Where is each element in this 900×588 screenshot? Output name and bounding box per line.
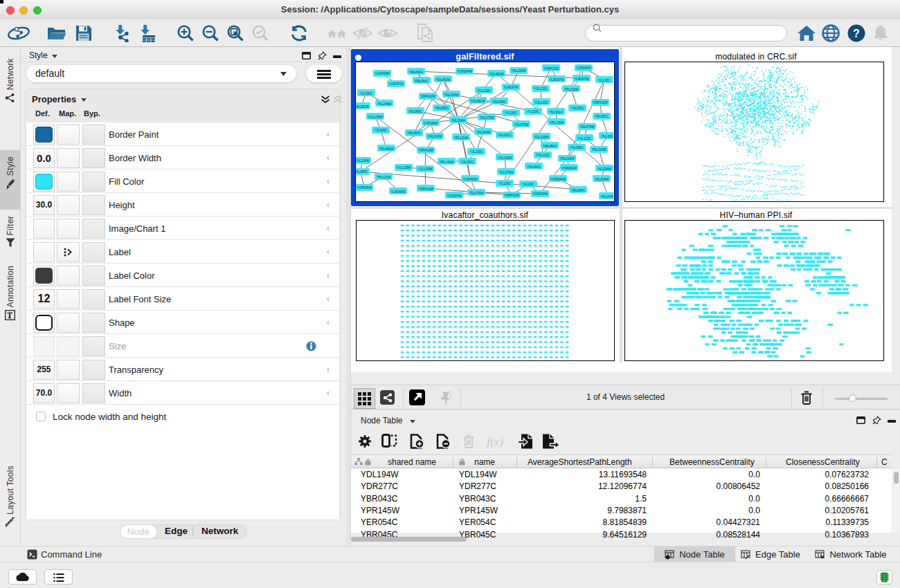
svg-text:YNL069C: YNL069C	[435, 107, 449, 110]
svg-text:YOR204W: YOR204W	[357, 186, 372, 190]
svg-text:YJL190C: YJL190C	[360, 92, 374, 95]
svg-text:YOR204W: YOR204W	[532, 192, 548, 196]
svg-text:YDL075W: YDL075W	[469, 192, 485, 195]
svg-text:YDR412W: YDR412W	[418, 187, 433, 191]
svg-text:YLR340W: YLR340W	[463, 178, 478, 181]
svg-text:YKL204W: YKL204W	[476, 131, 491, 134]
svg-text:YIL133C: YIL133C	[498, 182, 512, 185]
svg-text:YNL216W: YNL216W	[512, 69, 527, 73]
svg-text:YPL131W: YPL131W	[454, 136, 469, 140]
svg-text:YPL131W: YPL131W	[440, 160, 454, 164]
svg-text:YNL216W: YNL216W	[428, 135, 443, 138]
svg-text:YNL216W: YNL216W	[592, 148, 607, 151]
svg-text:YOR204W: YOR204W	[457, 70, 473, 73]
svg-text:YGL122C: YGL122C	[534, 87, 548, 91]
svg-text:YNL069C: YNL069C	[356, 170, 368, 174]
svg-text:YDL082W: YDL082W	[489, 73, 505, 76]
svg-text:YOR204W: YOR204W	[550, 178, 566, 181]
svg-text:YML064C: YML064C	[543, 145, 557, 148]
svg-text:YJL190C: YJL190C	[375, 129, 388, 132]
svg-text:YDR412W: YDR412W	[504, 194, 519, 197]
svg-text:YDR412W: YDR412W	[593, 101, 608, 104]
svg-text:YDL082W: YDL082W	[436, 78, 451, 82]
svg-text:YLR340W: YLR340W	[577, 66, 592, 70]
svg-text:YML064C: YML064C	[415, 80, 429, 83]
svg-text:YLR197W: YLR197W	[550, 78, 565, 82]
svg-text:YLR197W: YLR197W	[504, 86, 519, 89]
svg-text:YKL204W: YKL204W	[597, 167, 612, 171]
svg-text:YGL135W: YGL135W	[417, 167, 433, 171]
svg-text:YNL301C: YNL301C	[549, 111, 564, 114]
svg-text:YLR340W: YLR340W	[375, 72, 390, 75]
svg-text:YPL131W: YPL131W	[377, 176, 391, 179]
svg-text:YGL135W: YGL135W	[534, 136, 549, 139]
svg-text:YNL301C: YNL301C	[527, 165, 541, 169]
svg-text:YLR340W: YLR340W	[424, 122, 439, 125]
svg-text:YIL133C: YIL133C	[522, 183, 535, 186]
svg-text:YPL131W: YPL131W	[550, 121, 564, 125]
svg-text:YDR412W: YDR412W	[543, 67, 559, 71]
svg-text:YLR197W: YLR197W	[447, 194, 462, 198]
svg-text:YNL069C: YNL069C	[408, 110, 423, 113]
svg-text:YLR197W: YLR197W	[389, 82, 404, 86]
svg-text:YGL135W: YGL135W	[497, 156, 512, 160]
svg-text:YIL133C: YIL133C	[598, 79, 611, 82]
svg-text:YGL135W: YGL135W	[396, 166, 411, 169]
svg-text:YLR197W: YLR197W	[575, 77, 590, 81]
svg-text:YPL131W: YPL131W	[564, 88, 579, 91]
svg-text:YLR340W: YLR340W	[391, 190, 406, 194]
svg-text:YDL075W: YDL075W	[499, 171, 514, 174]
svg-text:YML064C: YML064C	[571, 189, 586, 192]
svg-text:YNL216W: YNL216W	[444, 93, 460, 97]
svg-text:YKL204W: YKL204W	[595, 178, 609, 181]
svg-text:YNL301C: YNL301C	[595, 115, 609, 118]
svg-text:YDL082W: YDL082W	[379, 147, 395, 151]
svg-text:YGL122C: YGL122C	[534, 101, 549, 104]
svg-text:YIL133C: YIL133C	[527, 110, 540, 113]
svg-text:YOR204W: YOR204W	[561, 167, 577, 170]
svg-text:YJL190C: YJL190C	[571, 107, 585, 110]
svg-text:YNL301C: YNL301C	[601, 135, 613, 138]
svg-text:YGL122C: YGL122C	[477, 89, 492, 93]
svg-text:YGL122C: YGL122C	[577, 137, 592, 140]
svg-text:YIL133C: YIL133C	[505, 111, 518, 115]
svg-text:YGL122C: YGL122C	[536, 154, 550, 157]
svg-text:YML064C: YML064C	[407, 131, 422, 135]
svg-text:YNL301C: YNL301C	[498, 134, 512, 137]
svg-text:YDL075W: YDL075W	[580, 125, 595, 129]
svg-text:YDL082W: YDL082W	[471, 100, 486, 103]
svg-text:YNL069C: YNL069C	[570, 146, 584, 149]
svg-text:YNL216W: YNL216W	[356, 159, 370, 163]
svg-text:YKL204W: YKL204W	[451, 119, 466, 122]
svg-text:YNL216W: YNL216W	[560, 157, 575, 160]
svg-text:YML064C: YML064C	[409, 71, 424, 74]
svg-text:YJL190C: YJL190C	[470, 150, 484, 154]
svg-text:YNL069C: YNL069C	[492, 100, 507, 104]
svg-text:YDL075W: YDL075W	[480, 116, 495, 120]
svg-text:YJL190C: YJL190C	[461, 160, 475, 164]
svg-text:YDL082W: YDL082W	[356, 105, 369, 109]
svg-text:YKL204W: YKL204W	[601, 195, 613, 199]
svg-text:?: ?	[853, 27, 860, 39]
svg-text:f(x): f(x)	[487, 435, 503, 448]
svg-text:YDR412W: YDR412W	[420, 95, 435, 98]
svg-text:YGL135W: YGL135W	[368, 116, 383, 119]
svg-text:YDR412W: YDR412W	[418, 149, 433, 152]
svg-text:YDL075W: YDL075W	[514, 123, 530, 127]
svg-text:YKL204W: YKL204W	[377, 102, 392, 106]
